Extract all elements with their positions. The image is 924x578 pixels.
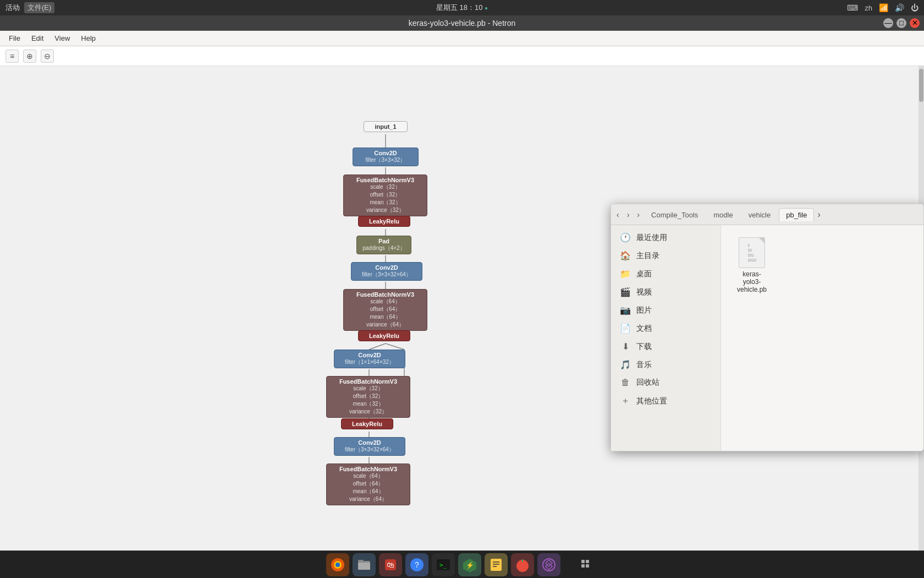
node-param-scale: scale（64）: [347, 298, 424, 306]
home-icon: 🏠: [620, 250, 631, 261]
nav-docs[interactable]: 📄 文档: [611, 319, 721, 337]
node-param: filter（3×3×32）: [356, 156, 415, 164]
file-manager-taskbar-icon[interactable]: [353, 553, 376, 576]
file-content-area: 1 10 101 1010 keras-yolo3-vehicle.pb: [721, 225, 923, 451]
tab-vehicle[interactable]: vehicle: [741, 208, 778, 221]
video-icon: 🎬: [620, 287, 631, 297]
svg-rect-38: [586, 560, 589, 563]
tab-more-button[interactable]: ›: [815, 210, 822, 220]
app-grid-button[interactable]: [575, 553, 598, 576]
keyboard-icon: ⌨: [847, 3, 858, 12]
nav-music[interactable]: 🎵 音乐: [611, 356, 721, 374]
node-type: LeakyRelu: [362, 218, 406, 225]
menu-view[interactable]: View: [50, 32, 74, 44]
nav-label: 主目录: [636, 251, 659, 261]
menubar: File Edit View Help: [0, 31, 924, 46]
main-area: input_1 Conv2D filter（3×3×32） FusedBatch…: [0, 66, 924, 550]
file-lines: 1 10 101 1010: [746, 242, 757, 264]
node-fused-3[interactable]: FusedBatchNormV3 scale（32） offset（32） me…: [326, 376, 410, 418]
node-param-mean: mean（32）: [330, 400, 406, 408]
terminal-icon[interactable]: >_: [432, 553, 455, 576]
minimize-button[interactable]: —: [883, 18, 893, 28]
close-button[interactable]: ✕: [910, 18, 920, 28]
svg-text:🛍: 🛍: [387, 560, 394, 569]
svg-rect-18: [358, 563, 370, 570]
trash-icon: 🗑: [620, 378, 631, 388]
node-conv2d-3[interactable]: Conv2D filter（1×1×64×32）: [334, 350, 405, 368]
node-leaky-2[interactable]: LeakyRelu: [358, 330, 410, 341]
files-menu[interactable]: 文件(E): [24, 2, 54, 13]
file-panel-tabs: ‹ › › Compile_Tools modle vehicle pb_fil…: [611, 204, 923, 225]
svg-point-16: [336, 563, 340, 567]
restore-button[interactable]: □: [897, 18, 906, 28]
nav-downloads[interactable]: ⬇ 下载: [611, 337, 721, 356]
node-param-mean: mean（64）: [347, 313, 424, 321]
notes-icon[interactable]: [485, 553, 508, 576]
node-param: filter（3×3×32×64）: [355, 271, 419, 279]
node-param-offset: offset（32）: [330, 392, 406, 400]
node-fused-2[interactable]: FusedBatchNormV3 scale（64） offset（64） me…: [343, 289, 427, 331]
nav-label: 最近使用: [636, 233, 667, 243]
tab-modle[interactable]: modle: [706, 208, 740, 221]
node-type: LeakyRelu: [362, 332, 406, 339]
help-icon[interactable]: ?: [405, 553, 428, 576]
downloads-icon: ⬇: [620, 341, 631, 352]
activity-label[interactable]: 活动: [6, 3, 20, 13]
node-type: Conv2D: [356, 150, 415, 156]
nav-recent[interactable]: 🕐 最近使用: [611, 228, 721, 247]
titlebar: keras-yolo3-vehicle.pb - Netron — □ ✕: [0, 15, 924, 31]
tab-forward-button[interactable]: ›: [624, 208, 633, 221]
firefox-icon[interactable]: [326, 553, 349, 576]
netron-canvas[interactable]: input_1 Conv2D filter（3×3×32） FusedBatch…: [0, 66, 924, 550]
zoom-in-button[interactable]: ⊕: [23, 50, 36, 63]
lattice-icon[interactable]: [537, 553, 560, 576]
node-param: filter（1×1×64×32）: [338, 358, 402, 366]
node-input_1[interactable]: input_1: [364, 121, 408, 132]
node-conv2d-1[interactable]: Conv2D filter（3×3×32）: [353, 148, 419, 166]
menu-edit[interactable]: Edit: [27, 32, 48, 44]
input-method-label[interactable]: zh: [865, 4, 872, 12]
nav-desktop[interactable]: 📁 桌面: [611, 265, 721, 283]
node-leaky-1[interactable]: LeakyRelu: [358, 216, 410, 227]
menu-file[interactable]: File: [4, 32, 25, 44]
nav-label: 文档: [636, 324, 652, 334]
menu-help[interactable]: Help: [76, 32, 100, 44]
zoom-out-button[interactable]: ⊖: [41, 50, 54, 63]
scrollbar-thumb[interactable]: [919, 69, 923, 102]
nav-video[interactable]: 🎬 视频: [611, 283, 721, 301]
node-type: FusedBatchNormV3: [330, 466, 406, 472]
pictures-icon: 📷: [620, 305, 631, 315]
nav-trash[interactable]: 🗑 回收站: [611, 374, 721, 391]
nav-pictures[interactable]: 📷 图片: [611, 301, 721, 319]
zeal-icon[interactable]: ⚡: [458, 553, 481, 576]
svg-point-34: [543, 559, 555, 571]
tomato-icon[interactable]: [511, 553, 534, 576]
node-param-variance: variance（32）: [330, 408, 406, 416]
tab-back-button[interactable]: ‹: [613, 208, 623, 221]
netron-toolbar: ≡ ⊕ ⊖: [0, 46, 924, 66]
tab-compile-tools[interactable]: Compile_Tools: [644, 208, 705, 221]
node-param-variance: variance（32）: [347, 206, 424, 214]
svg-rect-39: [581, 564, 585, 568]
file-item-pb[interactable]: 1 10 101 1010 keras-yolo3-vehicle.pb: [730, 234, 774, 297]
node-conv2d-2[interactable]: Conv2D filter（3×3×32×64）: [351, 262, 422, 281]
nav-other-locations[interactable]: ＋ 其他位置: [611, 391, 721, 411]
topbar-datetime: 星期五 18：10 ●: [436, 3, 488, 13]
nav-label: 下载: [636, 342, 652, 352]
node-fused-1[interactable]: FusedBatchNormV3 scale（32） offset（32） me…: [343, 175, 427, 216]
nav-home[interactable]: 🏠 主目录: [611, 247, 721, 265]
node-conv2d-4[interactable]: Conv2D filter（3×3×32×64）: [334, 437, 405, 456]
properties-button[interactable]: ≡: [6, 50, 19, 63]
node-fused-4[interactable]: FusedBatchNormV3 scale（64） offset（64） me…: [326, 464, 410, 505]
tab-menu-button[interactable]: ›: [634, 208, 643, 221]
titlebar-controls: — □ ✕: [883, 18, 920, 28]
tab-pb-file[interactable]: pb_file: [779, 208, 814, 221]
svg-line-7: [369, 343, 386, 350]
node-type: Pad: [360, 238, 408, 244]
nav-label: 音乐: [636, 360, 652, 370]
node-leaky-3[interactable]: LeakyRelu: [341, 418, 393, 429]
node-pad[interactable]: Pad paddings（4×2）: [356, 236, 411, 254]
node-type: Conv2D: [355, 264, 419, 271]
appstore-icon[interactable]: 🛍: [379, 553, 402, 576]
node-param-scale: scale（32）: [330, 385, 406, 392]
